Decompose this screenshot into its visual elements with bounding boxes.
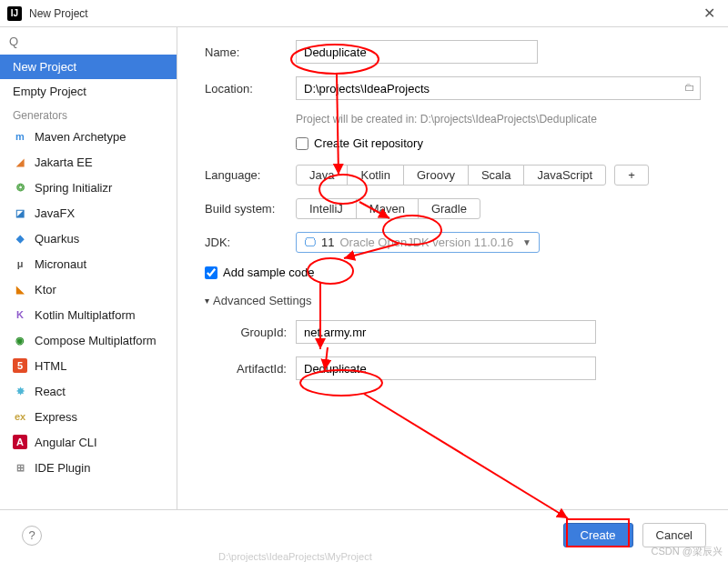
language-option-kotlin[interactable]: Kotlin (347, 165, 404, 186)
sidebar-item-new-project[interactable]: New Project (0, 55, 177, 79)
generator-icon: ❂ (13, 180, 27, 195)
watermark: CSDN @梁辰兴 (652, 545, 723, 558)
group-id-label: GroupId: (205, 326, 296, 339)
location-label: Location: (205, 82, 296, 95)
sidebar-item-micronaut[interactable]: μMicronaut (0, 251, 177, 276)
sidebar-item-label: React (35, 385, 66, 398)
jdk-label: JDK: (205, 236, 296, 249)
app-logo: IJ (7, 6, 22, 21)
advanced-settings-toggle[interactable]: ▾ Advanced Settings (205, 294, 701, 307)
sidebar-item-label: Ktor (35, 283, 56, 296)
jdk-select[interactable]: 🖵 11 Oracle OpenJDK version 11.0.16 ▼ (296, 232, 540, 253)
sidebar-item-quarkus[interactable]: ◆Quarkus (0, 226, 177, 251)
search-input[interactable] (9, 35, 167, 48)
generator-icon: ◪ (13, 206, 27, 220)
build-option-intellij[interactable]: IntelliJ (296, 198, 357, 219)
cancel-button[interactable]: Cancel (642, 523, 706, 547)
sidebar-item-label: Express (35, 410, 77, 424)
jdk-detail: Oracle OpenJDK version 11.0.16 (339, 236, 517, 249)
sidebar-item-label: Maven Archetype (35, 130, 126, 144)
generator-icon: ◣ (13, 282, 27, 296)
git-checkbox[interactable] (296, 137, 308, 150)
sidebar-item-label: Micronaut (35, 257, 86, 271)
generator-icon: ◆ (13, 231, 27, 246)
sample-code-label: Add sample code (223, 266, 314, 279)
sidebar-item-label: Quarkus (35, 232, 79, 246)
generator-icon: ◢ (13, 155, 27, 169)
main-form: Name: Location: 🗀 Project will be create… (177, 27, 728, 509)
sidebar-item-empty-project[interactable]: Empty Project (0, 79, 177, 104)
generator-icon: A (13, 435, 27, 449)
titlebar: IJ New Project ✕ (0, 0, 728, 27)
generator-icon: K (13, 307, 27, 322)
sidebar-item-label: HTML (35, 359, 66, 373)
folder-icon[interactable]: 🗀 (684, 81, 695, 94)
sidebar-item-label: Jakarta EE (35, 156, 93, 169)
sidebar-item-label: Kotlin Multiplatform (35, 308, 136, 322)
generator-icon: μ (13, 256, 27, 271)
sidebar-item-express[interactable]: exExpress (0, 404, 177, 429)
help-icon[interactable]: ? (22, 526, 42, 546)
language-option-java[interactable]: Java (296, 165, 348, 186)
build-option-gradle[interactable]: Gradle (418, 198, 480, 219)
sidebar-item-label: IDE Plugin (35, 461, 90, 475)
name-label: Name: (205, 45, 296, 59)
generator-icon: ✸ (13, 384, 27, 398)
location-hint: Project will be created in: D:\projects\… (296, 113, 701, 125)
window-title: New Project (29, 7, 88, 20)
artifact-id-label: ArtifactId: (205, 362, 296, 376)
chevron-down-icon: ▾ (205, 296, 209, 306)
group-id-input[interactable] (296, 320, 596, 344)
generator-icon: m (13, 129, 27, 144)
sample-code-checkbox[interactable] (205, 266, 217, 279)
generator-icon: ◉ (13, 333, 27, 347)
sidebar-item-angular-cli[interactable]: AAngular CLI (0, 429, 177, 455)
sidebar-item-javafx[interactable]: ◪JavaFX (0, 200, 177, 226)
language-option-javascript[interactable]: JavaScript (523, 165, 606, 186)
sidebar-item-ide-plugin[interactable]: ⊞IDE Plugin (0, 455, 177, 480)
location-input[interactable] (296, 76, 701, 100)
artifact-id-input[interactable] (296, 356, 596, 380)
jdk-version: 11 (321, 236, 334, 249)
language-option-groovy[interactable]: Groovy (403, 165, 469, 186)
sidebar-item-ktor[interactable]: ◣Ktor (0, 276, 177, 302)
sidebar-item-html[interactable]: 5HTML (0, 353, 177, 378)
chevron-down-icon: ▼ (522, 237, 531, 247)
sidebar-item-jakarta-ee[interactable]: ◢Jakarta EE (0, 149, 177, 175)
generator-icon: ex (13, 409, 27, 424)
close-icon[interactable]: ✕ (698, 5, 721, 22)
sidebar-item-label: Angular CLI (35, 436, 97, 449)
generator-icon: 5 (13, 358, 27, 373)
sidebar-item-label: JavaFX (35, 206, 75, 220)
name-input[interactable] (296, 40, 538, 64)
generator-icon: ⊞ (13, 460, 27, 475)
sidebar-item-react[interactable]: ✸React (0, 378, 177, 404)
add-language-button[interactable]: + (614, 165, 649, 186)
ghost-path: D:\projects\IdeaProjects\MyProject (218, 551, 372, 562)
language-option-scala[interactable]: Scala (468, 165, 525, 186)
sidebar-item-kotlin-multiplatform[interactable]: KKotlin Multiplatform (0, 302, 177, 327)
generators-heading: Generators (0, 104, 177, 124)
sidebar: New ProjectEmpty Project Generators mMav… (0, 27, 177, 509)
sidebar-item-label: Compose Multiplatform (35, 334, 157, 347)
build-label: Build system: (205, 202, 296, 216)
sidebar-item-spring-initializr[interactable]: ❂Spring Initializr (0, 175, 177, 200)
sidebar-item-compose-multiplatform[interactable]: ◉Compose Multiplatform (0, 327, 177, 353)
sidebar-item-maven-archetype[interactable]: mMaven Archetype (0, 124, 177, 149)
sidebar-item-label: Spring Initializr (35, 181, 112, 195)
language-label: Language: (205, 168, 296, 182)
git-label: Create Git repository (314, 136, 423, 150)
build-option-maven[interactable]: Maven (356, 198, 419, 219)
create-button[interactable]: Create (563, 523, 633, 547)
jdk-icon: 🖵 (304, 236, 316, 249)
